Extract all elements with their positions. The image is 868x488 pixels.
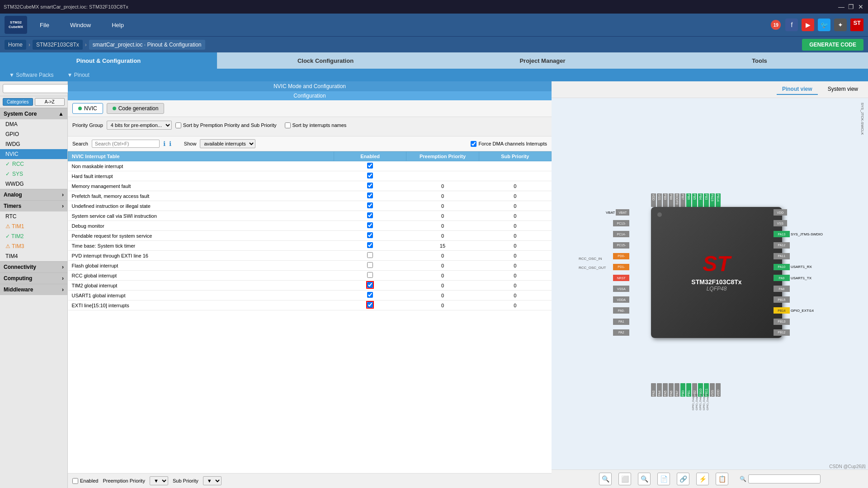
menu-help[interactable]: Help xyxy=(108,20,127,30)
st-brand[interactable]: ST xyxy=(850,19,863,31)
section-connectivity[interactable]: Connectivity › xyxy=(0,261,67,272)
social-icons: f ▶ 🐦 ✦ ST xyxy=(785,19,863,31)
interrupt-enabled-checkbox-10[interactable] xyxy=(367,262,373,268)
chip-dot xyxy=(657,212,662,217)
split-v-button[interactable]: 📋 xyxy=(716,473,728,485)
section-computing[interactable]: Computing › xyxy=(0,272,67,284)
section-analog[interactable]: Analog › xyxy=(0,189,67,200)
tab-tools[interactable]: Tools xyxy=(651,52,868,69)
menu-window[interactable]: Window xyxy=(66,20,94,30)
sort-preemption-checkbox[interactable] xyxy=(175,122,181,128)
nav-tim3[interactable]: ⚠ TIM3 xyxy=(0,241,67,251)
interrupt-enabled-checkbox-0[interactable] xyxy=(367,163,373,169)
interrupt-enabled-checkbox-8[interactable] xyxy=(367,242,373,248)
breadcrumb: Home › STM32F103C8Tx › smartCar_project.… xyxy=(0,36,868,52)
tab-project[interactable]: Project Manager xyxy=(434,52,651,69)
interrupt-enabled-checkbox-6[interactable] xyxy=(367,222,373,228)
nav-tim4[interactable]: TIM4 xyxy=(0,251,67,261)
nvic-tab-nvic[interactable]: NVIC xyxy=(72,103,103,114)
bottom-preemption-select[interactable]: ▼ xyxy=(150,476,168,485)
nav-tim1[interactable]: ⚠ TIM1 xyxy=(0,221,67,231)
restore-button[interactable]: ❐ xyxy=(848,4,854,10)
sub-tab-software-packs[interactable]: ▼ Software Packs xyxy=(9,72,54,78)
right-tabs: Pinout view System view xyxy=(552,81,868,98)
nav-wwdg[interactable]: WWDG xyxy=(0,179,67,189)
bottom-enabled-input[interactable] xyxy=(72,478,78,484)
config-section: Configuration xyxy=(68,91,552,100)
nvic-tab-code-gen[interactable]: Code generation xyxy=(107,103,165,114)
section-system-core[interactable]: System Core ▲ xyxy=(0,108,67,119)
title-controls: — ❐ ✕ xyxy=(838,4,864,10)
interrupt-enabled-checkbox-12[interactable] xyxy=(367,282,373,288)
interrupt-enabled-checkbox-2[interactable] xyxy=(367,183,373,188)
info-icon-2[interactable]: ℹ xyxy=(169,140,171,147)
chip-layout: VDD VSS PB9 PB8 BOOT0 PB7 PB6 PB5 PB4 PB… xyxy=(579,157,841,410)
bottom-sub-label: Sub Priority xyxy=(173,478,198,483)
close-button[interactable]: ✕ xyxy=(858,4,864,10)
section-middleware[interactable]: Middleware › xyxy=(0,284,67,295)
rcc-osc-out-label: RCC_OSC_OUT xyxy=(579,266,606,270)
link-button[interactable]: 🔗 xyxy=(677,473,689,485)
interrupt-enabled-checkbox-11[interactable] xyxy=(367,272,373,278)
config-options: Priority Group 4 bits for pre-emption...… xyxy=(68,117,552,136)
filter-categories-button[interactable]: Categories xyxy=(3,98,33,106)
nav-nvic[interactable]: NVIC xyxy=(0,149,67,159)
interrupt-enabled-checkbox-13[interactable] xyxy=(367,292,373,298)
bottom-sub-select[interactable]: ▼ xyxy=(203,476,222,485)
interrupt-table: NVIC Interrupt Table Enabled Preemption … xyxy=(68,151,552,310)
priority-group-select[interactable]: 4 bits for pre-emption... xyxy=(107,121,172,130)
zoom-out-button[interactable]: 🔍 xyxy=(638,473,651,485)
filter-az-button[interactable]: A->Z xyxy=(35,98,65,106)
network-icon[interactable]: ✦ xyxy=(834,19,847,31)
nav-rtc[interactable]: RTC xyxy=(0,211,67,221)
fit-button[interactable]: ⬜ xyxy=(618,473,631,485)
search-field[interactable] xyxy=(92,140,160,148)
tab-system-view[interactable]: System view xyxy=(822,84,863,95)
force-dma-checkbox[interactable] xyxy=(471,141,476,147)
chip-body: ST STM32F103C8Tx LQFP48 xyxy=(651,207,782,338)
tab-pinout[interactable]: Pinout & Configuration xyxy=(0,52,217,69)
nav-sys[interactable]: ✓ SYS xyxy=(0,169,67,179)
table-row: PVD interrupt through EXTI line 1600 xyxy=(68,251,552,261)
nav-iwdg[interactable]: IWDG xyxy=(0,139,67,149)
info-icon-1[interactable]: ℹ xyxy=(163,140,165,147)
minimize-button[interactable]: — xyxy=(838,4,844,10)
sub-tab-pinout[interactable]: ▼ Pinout xyxy=(67,72,90,78)
notification-badge[interactable]: 19 xyxy=(771,20,781,30)
facebook-icon[interactable]: f xyxy=(785,19,798,31)
section-timers[interactable]: Timers › xyxy=(0,200,67,211)
breadcrumb-home[interactable]: Home xyxy=(5,40,26,50)
interrupt-enabled-checkbox-5[interactable] xyxy=(367,212,373,218)
search-input[interactable] xyxy=(3,84,71,93)
zoom-in-button[interactable]: 🔍 xyxy=(599,473,612,485)
split-h-button[interactable]: ⚡ xyxy=(696,473,709,485)
twitter-icon[interactable]: 🐦 xyxy=(818,19,830,31)
youtube-icon[interactable]: ▶ xyxy=(802,19,814,31)
breadcrumb-device[interactable]: STM32F103C8Tx xyxy=(33,40,83,50)
interrupt-enabled-checkbox-14[interactable] xyxy=(367,302,373,308)
interrupt-enabled-checkbox-1[interactable] xyxy=(367,173,373,178)
nav-dma[interactable]: DMA xyxy=(0,119,67,129)
sort-interrupts-label: Sort by interrupts names xyxy=(285,122,347,128)
generate-code-button[interactable]: GENERATE CODE xyxy=(802,39,863,51)
interrupt-enabled-checkbox-3[interactable] xyxy=(367,192,373,198)
chip-package: LQFP48 xyxy=(707,286,727,292)
tab-pinout-view[interactable]: Pinout view xyxy=(777,84,818,95)
export-button[interactable]: 📄 xyxy=(657,473,670,485)
nav-tim2[interactable]: ✓ TIM2 xyxy=(0,231,67,241)
force-dma-row: Force DMA channels Interrupts xyxy=(471,141,547,147)
toolbar-search-input[interactable] xyxy=(748,474,821,483)
chip-name: STM32F103C8Tx xyxy=(691,278,741,286)
menu-file[interactable]: File xyxy=(36,20,53,30)
interrupt-enabled-checkbox-4[interactable] xyxy=(367,202,373,208)
interrupt-enabled-checkbox-7[interactable] xyxy=(367,232,373,238)
code-gen-dot xyxy=(113,107,116,110)
nav-rcc[interactable]: ✓ RCC xyxy=(0,159,67,169)
nav-gpio[interactable]: GPIO xyxy=(0,129,67,139)
interrupt-enabled-checkbox-9[interactable] xyxy=(367,252,373,258)
tab-clock[interactable]: Clock Configuration xyxy=(217,52,434,69)
menu-bar: STM32 CubeMX File Window Help 19 f ▶ 🐦 ✦… xyxy=(0,14,868,36)
sort-interrupts-checkbox[interactable] xyxy=(285,122,291,128)
priority-group-label: Priority Group xyxy=(72,122,103,128)
show-select[interactable]: available interrupts xyxy=(200,139,255,148)
